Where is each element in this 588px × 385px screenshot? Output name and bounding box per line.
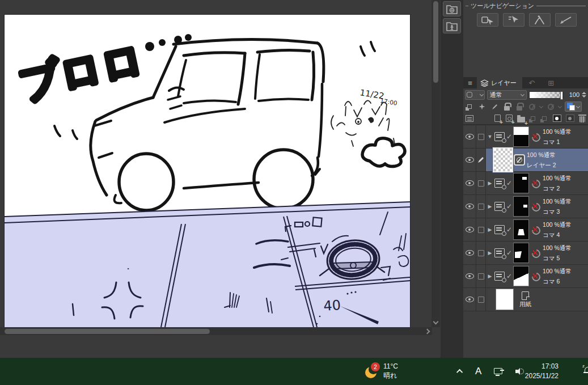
layer-row-koma1[interactable]: ▼ ✓ ✕ 100 %通常 コマ 1 bbox=[463, 125, 588, 149]
chevron-down-icon[interactable] bbox=[558, 104, 562, 108]
new-vector-layer-icon[interactable] bbox=[505, 114, 512, 123]
expand-chevron-icon[interactable]: ▶ bbox=[487, 273, 493, 279]
layer-select-tool-button[interactable] bbox=[503, 13, 524, 27]
blend-mode-dropdown[interactable]: 通常 bbox=[487, 90, 527, 100]
editing-target[interactable] bbox=[476, 149, 486, 171]
vertical-scrollbar-thumb[interactable] bbox=[433, 1, 438, 83]
visibility-toggle[interactable] bbox=[463, 288, 476, 311]
layer-thumbnail[interactable] bbox=[514, 243, 528, 263]
clip-to-layer-below-icon[interactable] bbox=[465, 102, 474, 111]
layer-row-koma5[interactable]: ▶ ✓ ✕ 100 %通常 コマ 5 bbox=[463, 242, 588, 265]
scroll-down-arrow-icon[interactable] bbox=[433, 319, 439, 325]
material-palette-button[interactable] bbox=[443, 1, 461, 16]
layer-thumbnail[interactable] bbox=[514, 174, 528, 193]
layer-row-koma4[interactable]: ▶ ✓ ✕ 100 %通常 コマ 4 bbox=[463, 218, 588, 242]
layer-row-koma6[interactable]: ▶ ✓ ✕ 100 %通常 コマ 6 bbox=[463, 265, 588, 288]
apply-mask-icon[interactable] bbox=[566, 114, 574, 123]
transfer-to-layer-below-icon[interactable] bbox=[530, 114, 536, 123]
checkmark-icon[interactable]: ✓ bbox=[506, 179, 512, 187]
speaker-icon[interactable] bbox=[515, 367, 524, 375]
no-print-icon[interactable]: ✕ bbox=[530, 201, 541, 211]
spinner-down-icon[interactable] bbox=[582, 95, 586, 98]
canvas-area[interactable]: ブロロ bbox=[0, 0, 441, 358]
horizontal-scrollbar-thumb[interactable] bbox=[5, 329, 210, 334]
visibility-toggle[interactable] bbox=[463, 149, 476, 171]
collapse-chevron-icon[interactable]: ▼ bbox=[487, 134, 493, 139]
enable-mask-icon[interactable] bbox=[527, 102, 536, 111]
reference-layer-icon[interactable] bbox=[477, 102, 487, 111]
no-print-icon[interactable]: ✕ bbox=[530, 225, 541, 235]
layer-thumbnail[interactable] bbox=[514, 266, 528, 286]
opacity-spinner[interactable] bbox=[582, 92, 586, 98]
expand-chevron-icon[interactable]: ▶ bbox=[487, 180, 493, 186]
new-raster-layer-icon[interactable] bbox=[494, 114, 501, 123]
spinner-up-icon[interactable] bbox=[582, 92, 586, 94]
visibility-toggle[interactable] bbox=[463, 218, 476, 241]
create-layer-mask-icon[interactable] bbox=[553, 114, 561, 123]
network-icon[interactable] bbox=[494, 367, 503, 375]
visibility-toggle[interactable] bbox=[463, 265, 476, 287]
canvas-page[interactable]: ブロロ bbox=[5, 15, 410, 327]
palette-color-dropdown[interactable] bbox=[465, 90, 485, 100]
layer-thumbnail[interactable] bbox=[494, 149, 512, 171]
no-print-icon[interactable]: ✕ bbox=[530, 178, 541, 188]
taskbar-clock[interactable]: 17:03 2025/11/22 bbox=[525, 362, 559, 382]
tray-overflow-chevron-icon[interactable] bbox=[456, 369, 463, 375]
layer-thumbnail[interactable] bbox=[514, 127, 528, 146]
checkmark-icon[interactable]: ✓ bbox=[506, 249, 512, 257]
horizontal-scrollbar[interactable] bbox=[0, 327, 432, 335]
layer-checkbox[interactable] bbox=[476, 242, 486, 264]
layer-checkbox[interactable] bbox=[476, 218, 486, 241]
object-tool-button[interactable] bbox=[477, 13, 498, 27]
tab-history[interactable]: ↶ bbox=[522, 77, 542, 88]
no-print-icon[interactable]: ✕ bbox=[530, 271, 541, 281]
lock-layer-icon[interactable] bbox=[502, 102, 511, 111]
operate-tool-button[interactable] bbox=[529, 13, 551, 27]
layer-checkbox[interactable] bbox=[476, 195, 486, 218]
layer-row-layer2-selected[interactable]: 100 %通常 レイヤー 2 bbox=[463, 149, 588, 172]
layer-thumbnail[interactable] bbox=[496, 289, 513, 310]
layer-color-button[interactable] bbox=[565, 101, 582, 112]
checkmark-icon[interactable]: ✓ bbox=[506, 226, 512, 234]
weather-widget[interactable]: 2 11°C 晴れ bbox=[365, 360, 398, 383]
layer-checkbox[interactable] bbox=[476, 172, 486, 194]
layer-row-paper[interactable]: 用紙 bbox=[463, 288, 588, 311]
ruler-icon[interactable] bbox=[546, 102, 555, 111]
layer-thumbnail[interactable] bbox=[514, 220, 528, 239]
ime-mode-indicator[interactable]: A bbox=[475, 366, 481, 377]
visibility-toggle[interactable] bbox=[463, 242, 476, 264]
expand-chevron-icon[interactable]: ▶ bbox=[487, 227, 493, 232]
layer-command-icon-row bbox=[463, 112, 588, 125]
layer-row-koma2[interactable]: ▶ ✓ ✕ 100 %通常 コマ 2 bbox=[463, 172, 588, 195]
expand-chevron-icon[interactable]: ▶ bbox=[487, 204, 493, 209]
chevron-down-icon[interactable] bbox=[539, 104, 543, 108]
layer-row-koma3[interactable]: ▶ ✓ ✕ 100 %通常 コマ 3 bbox=[463, 195, 588, 218]
tab-layers[interactable]: レイヤー bbox=[477, 77, 522, 88]
opacity-slider[interactable] bbox=[529, 91, 564, 99]
vertical-scrollbar[interactable] bbox=[432, 0, 440, 327]
expand-chevron-icon[interactable]: ▶ bbox=[487, 250, 493, 256]
layer-checkbox[interactable] bbox=[476, 288, 486, 311]
layer-checkbox[interactable] bbox=[476, 265, 486, 287]
tab-story[interactable]: ⊞ bbox=[542, 77, 561, 88]
line-correct-tool-button[interactable] bbox=[555, 13, 577, 27]
visibility-toggle[interactable] bbox=[463, 172, 476, 194]
no-print-icon[interactable]: ✕ bbox=[530, 248, 541, 258]
checkmark-icon[interactable]: ✓ bbox=[506, 133, 512, 141]
no-print-icon[interactable]: ✕ bbox=[530, 132, 541, 142]
visibility-toggle[interactable] bbox=[463, 195, 476, 218]
material-3d-palette-button[interactable] bbox=[443, 18, 461, 33]
palette-options-icon[interactable] bbox=[466, 114, 473, 123]
merge-with-layer-below-icon[interactable] bbox=[541, 114, 548, 123]
lock-transparent-pixels-icon[interactable] bbox=[515, 102, 524, 111]
palette-menu-icon[interactable]: ≡ bbox=[463, 77, 477, 88]
scroll-right-arrow-icon[interactable] bbox=[425, 329, 430, 335]
checkmark-icon[interactable]: ✓ bbox=[506, 272, 512, 280]
layer-checkbox[interactable] bbox=[476, 125, 486, 148]
visibility-toggle[interactable] bbox=[463, 125, 476, 148]
new-layer-folder-icon[interactable] bbox=[517, 114, 525, 123]
checkmark-icon[interactable]: ✓ bbox=[506, 202, 512, 210]
draft-layer-icon[interactable] bbox=[490, 102, 499, 111]
layer-thumbnail[interactable] bbox=[514, 197, 528, 216]
delete-layer-icon[interactable] bbox=[579, 114, 586, 123]
